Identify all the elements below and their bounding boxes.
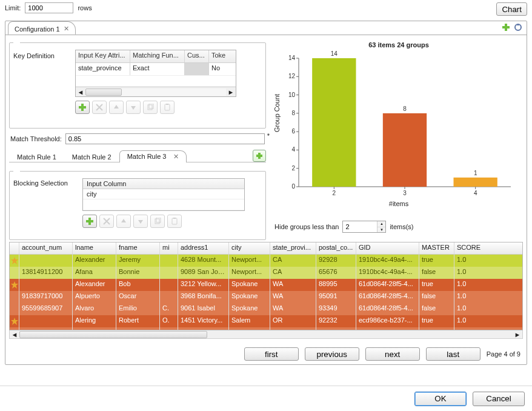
- master-row-icon: [10, 315, 19, 327]
- svg-rect-6: [149, 104, 153, 109]
- match-rule-tabstrip: Match Rule 1 Match Rule 2 Match Rule 3 ✕: [9, 148, 266, 162]
- scroll-thumb[interactable]: [85, 89, 122, 96]
- close-icon[interactable]: ✕: [173, 153, 179, 160]
- key-definition-label: Key Definition: [13, 50, 71, 114]
- grid-col-header[interactable]: lname: [73, 242, 116, 254]
- keydef-col-token[interactable]: Toke: [209, 50, 231, 62]
- keydef-down-button: [126, 101, 141, 114]
- svg-text:2: 2: [291, 165, 295, 172]
- keydef-add-button[interactable]: [75, 101, 90, 114]
- add-config-icon[interactable]: [501, 22, 511, 32]
- scroll-right-icon[interactable]: ►: [226, 88, 236, 96]
- keydef-col-attr[interactable]: Input Key Attri...: [76, 50, 130, 62]
- hide-groups-label: Hide groups less than: [274, 223, 339, 230]
- keydef-hscroll[interactable]: ◄ ►: [76, 87, 236, 96]
- add-rule-button[interactable]: [253, 150, 266, 162]
- spinner-up-icon[interactable]: ▲: [377, 221, 385, 227]
- grid-col-header[interactable]: SCORE: [454, 242, 492, 254]
- svg-text:14: 14: [288, 55, 296, 61]
- spinner-down-icon[interactable]: ▼: [377, 227, 385, 233]
- svg-text:2: 2: [333, 190, 336, 196]
- svg-text:0: 0: [291, 183, 295, 190]
- svg-rect-13: [155, 219, 159, 224]
- limit-label: Limit:: [5, 4, 21, 12]
- scroll-left-icon[interactable]: ◄: [76, 88, 85, 96]
- svg-rect-43: [454, 178, 497, 187]
- grid-col-header[interactable]: postal_co...: [316, 242, 356, 254]
- last-button[interactable]: last: [426, 347, 480, 361]
- svg-rect-10: [256, 155, 262, 157]
- limit-input[interactable]: [25, 2, 73, 13]
- ok-button[interactable]: OK: [414, 392, 467, 406]
- config-tab[interactable]: Configuration 1 ✕: [8, 21, 76, 35]
- grid-col-header[interactable]: mi: [160, 242, 178, 254]
- key-definition-table[interactable]: Input Key Attri... Matching Fun... Cus..…: [75, 50, 236, 97]
- keydef-col-custom[interactable]: Cus...: [185, 50, 209, 62]
- svg-marker-49: [11, 318, 18, 325]
- key-definition-group: Key Definition Input Key Attri... Matchi…: [9, 39, 266, 129]
- previous-button[interactable]: previous: [305, 347, 359, 361]
- grid-col-header[interactable]: address1: [178, 242, 229, 254]
- blocking-col-header[interactable]: Input Column: [83, 179, 244, 189]
- svg-rect-39: [383, 113, 427, 187]
- blocking-list[interactable]: Input Column city: [82, 178, 245, 211]
- group-chart: 63 items 24 groups Group Count 024681012…: [274, 41, 523, 217]
- svg-rect-15: [172, 218, 177, 224]
- svg-text:8: 8: [291, 110, 295, 116]
- svg-rect-1: [502, 26, 510, 28]
- table-row[interactable]: AleringRobertO.1451 Victory...SalemOR922…: [10, 315, 522, 327]
- svg-marker-48: [11, 281, 18, 289]
- blocking-copy-button: [150, 215, 165, 228]
- svg-rect-35: [312, 58, 356, 187]
- match-threshold-label: Match Threshold:: [10, 135, 62, 142]
- pager: first previous next last Page 4 of 9: [5, 347, 527, 361]
- blocking-item[interactable]: city: [83, 189, 244, 199]
- keydef-row[interactable]: state_province Exact No: [76, 63, 236, 76]
- scroll-left-icon[interactable]: ◄: [10, 331, 19, 338]
- chart-ylabel: Group Count: [273, 94, 281, 132]
- svg-rect-12: [86, 220, 93, 222]
- table-row[interactable]: 13814911200AfanaBonnie9089 San Jos...New…: [10, 267, 522, 279]
- table-row[interactable]: 95599685907AlvaroEmilioC.9061 IsabelSpok…: [10, 303, 522, 315]
- table-row[interactable]: 91839717000AlpuertoOscar3968 Bonifa...Sp…: [10, 291, 522, 303]
- table-row[interactable]: AlexanderJeremy4628 Mount...Newport...CA…: [10, 255, 522, 267]
- tab-match-rule-3[interactable]: Match Rule 3 ✕: [119, 150, 187, 162]
- grid-hscroll[interactable]: ◄ ►: [9, 330, 523, 339]
- keydef-col-func[interactable]: Matching Fun...: [130, 50, 185, 62]
- grid-col-header[interactable]: city: [229, 242, 270, 254]
- svg-rect-4: [79, 106, 86, 109]
- first-button[interactable]: first: [244, 347, 299, 361]
- match-threshold-input[interactable]: [65, 133, 265, 144]
- svg-text:4: 4: [474, 190, 477, 196]
- grid-col-header[interactable]: state_provi...: [270, 242, 316, 254]
- keydef-paste-button: [160, 101, 175, 114]
- grid-col-header[interactable]: fname: [116, 242, 160, 254]
- chart-button[interactable]: Chart: [496, 2, 527, 16]
- grid-col-header[interactable]: MASTER: [419, 242, 454, 254]
- blocking-add-button[interactable]: [82, 215, 97, 228]
- hide-groups-unit-label: items(s): [390, 223, 413, 230]
- results-grid[interactable]: account_numlnamefnamemiaddress1citystate…: [9, 242, 523, 330]
- blocking-remove-button: [99, 215, 114, 228]
- gear-refresh-icon[interactable]: [513, 22, 523, 32]
- svg-text:12: 12: [288, 73, 296, 79]
- grid-col-header[interactable]: GID: [356, 242, 419, 254]
- svg-text:10: 10: [288, 92, 296, 98]
- chart-xlabel: #items: [274, 200, 523, 207]
- cancel-button[interactable]: Cancel: [473, 392, 525, 406]
- scroll-thumb[interactable]: [19, 331, 207, 338]
- grid-col-header[interactable]: account_num: [19, 242, 73, 254]
- scroll-right-icon[interactable]: ►: [513, 331, 522, 338]
- svg-rect-16: [173, 218, 176, 219]
- row-icon-empty: [10, 291, 19, 303]
- close-icon[interactable]: ✕: [64, 25, 69, 33]
- hide-groups-spinner[interactable]: ▲ ▼: [342, 221, 386, 233]
- main-panel: Configuration 1 ✕ Key Definition: [5, 21, 527, 365]
- master-row-icon: [10, 279, 19, 291]
- next-button[interactable]: next: [365, 347, 420, 361]
- table-row[interactable]: AlexanderBob3212 Yellow...SpokaneWA88995…: [10, 279, 522, 291]
- hide-groups-input[interactable]: [343, 221, 377, 232]
- tab-match-rule-1[interactable]: Match Rule 1: [9, 151, 64, 162]
- tab-match-rule-2[interactable]: Match Rule 2: [64, 151, 119, 162]
- svg-rect-8: [166, 104, 168, 105]
